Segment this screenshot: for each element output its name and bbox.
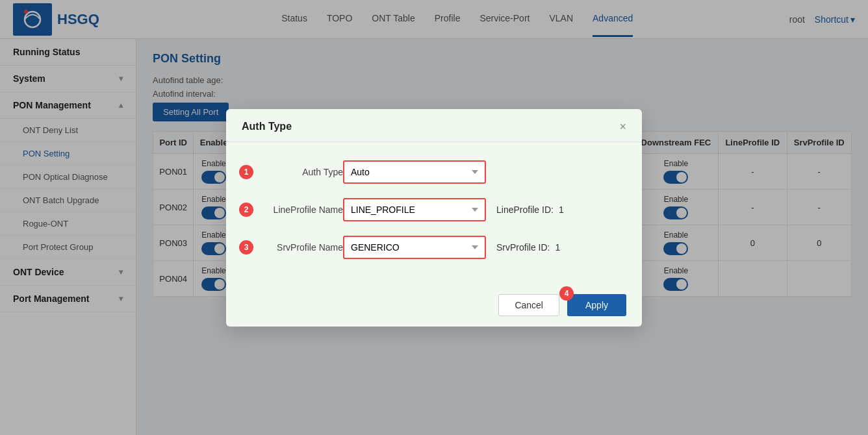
step-3-badge: 3	[239, 240, 253, 255]
modal-header: Auth Type ×	[226, 109, 642, 142]
line-profile-id-label: LineProfile ID:	[496, 205, 554, 215]
modal-footer: Cancel 4 Apply	[226, 284, 642, 327]
srv-profile-id-value: 1	[555, 242, 560, 253]
line-profile-id-value: 1	[559, 205, 564, 215]
srv-profile-id-label: SrvProfile ID:	[496, 242, 550, 253]
step-1-badge: 1	[239, 165, 253, 179]
step-4-badge: 4	[559, 286, 574, 301]
apply-button[interactable]: 4 Apply	[567, 294, 626, 316]
modal-title: Auth Type	[242, 121, 292, 132]
modal-close-button[interactable]: ×	[619, 121, 626, 132]
auth-type-modal: Auth Type × 1 Auth Type Auto Manual 2 Li…	[226, 109, 642, 327]
modal-overlay[interactable]: Auth Type × 1 Auth Type Auto Manual 2 Li…	[0, 0, 868, 435]
srv-profile-name-select[interactable]: GENERICO	[343, 236, 486, 259]
auth-type-select[interactable]: Auto Manual	[343, 160, 486, 184]
auth-type-label: Auth Type	[252, 167, 343, 177]
srv-profile-name-label: SrvProfile Name	[252, 242, 343, 253]
modal-body: 1 Auth Type Auto Manual 2 LineProfile Na…	[226, 142, 642, 284]
cancel-button[interactable]: Cancel	[498, 294, 559, 316]
line-profile-name-select[interactable]: LINE_PROFILE	[343, 198, 486, 221]
step-2-badge: 2	[239, 203, 253, 217]
line-profile-name-label: LineProfile Name	[252, 205, 343, 215]
